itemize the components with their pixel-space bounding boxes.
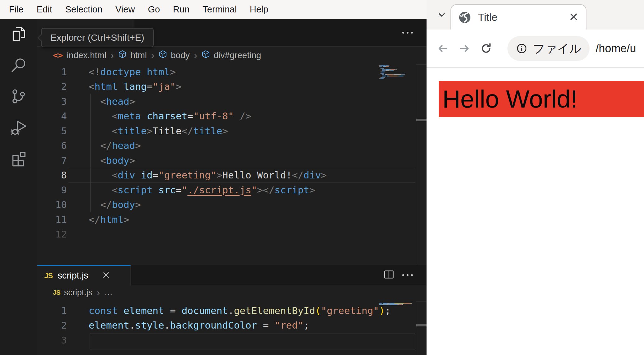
menu-item-terminal[interactable]: Terminal <box>196 4 243 15</box>
code-line-12[interactable]: 12 <box>37 227 427 242</box>
line-number: 9 <box>37 184 67 196</box>
chevron-right-icon: › <box>96 287 100 298</box>
code-text: <head> <box>67 96 135 107</box>
code-editor-js[interactable]: 1const element = document.getElementById… <box>37 300 427 355</box>
site-info-chip[interactable]: ファイル <box>507 36 590 61</box>
code-line-2[interactable]: 2<html lang="ja"> <box>37 79 427 94</box>
line-number: 1 <box>37 305 67 316</box>
code-text: <meta charset="utf-8" /> <box>67 110 251 122</box>
code-editor-html[interactable]: 1<!doctype html>2<html lang="ja">3 <head… <box>37 64 427 265</box>
tab-close-icon[interactable] <box>569 12 578 23</box>
split-editor-icon[interactable] <box>384 270 394 280</box>
line-number: 8 <box>37 169 67 181</box>
editor-area: <> index.html › html › body › div#greeti… <box>37 19 427 355</box>
code-line-11[interactable]: 11</html> <box>37 212 427 227</box>
js-file-icon: JS <box>44 271 53 280</box>
more-actions-icon[interactable] <box>402 32 413 34</box>
explorer-tooltip: Explorer (Ctrl+Shift+E) <box>41 28 154 47</box>
line-number: 5 <box>37 125 67 136</box>
browser-tab-strip: Title <box>427 0 644 30</box>
code-line-7[interactable]: 7 <body> <box>37 153 427 168</box>
html-file-icon: <> <box>53 50 63 60</box>
breadcrumb-file[interactable]: script.js <box>64 288 93 297</box>
line-number: 1 <box>37 66 67 77</box>
code-text: <html lang="ja"> <box>67 81 182 92</box>
js-file-icon: JS <box>53 289 60 296</box>
browser-tab[interactable]: Title <box>450 4 586 30</box>
breadcrumb-seg[interactable]: div#greeting <box>214 50 261 60</box>
breadcrumb-more[interactable]: … <box>104 288 113 297</box>
line-number: 12 <box>37 228 67 240</box>
menu-item-selection[interactable]: Selection <box>59 4 109 15</box>
line-number: 10 <box>37 199 67 210</box>
code-text: const element = document.getElementById(… <box>67 305 391 316</box>
chevron-right-icon: › <box>194 50 198 61</box>
line-number: 7 <box>37 155 67 166</box>
extensions-icon[interactable] <box>0 143 37 174</box>
search-icon[interactable] <box>0 50 37 81</box>
code-text: <body> <box>67 155 135 166</box>
activity-bar <box>0 19 37 355</box>
line-number: 2 <box>37 320 67 331</box>
run-debug-icon[interactable] <box>0 112 37 143</box>
menu-item-view[interactable]: View <box>109 4 141 15</box>
source-control-icon[interactable] <box>0 81 37 112</box>
code-line-3[interactable]: 3 <box>37 333 427 348</box>
code-line-6[interactable]: 6 </head> <box>37 138 427 153</box>
code-line-1[interactable]: 1<!doctype html> <box>37 64 427 79</box>
symbol-cube-icon <box>202 50 210 61</box>
menu-item-help[interactable]: Help <box>243 4 275 15</box>
code-line-8[interactable]: 8 <div id="greeting">Hello World!</div> <box>37 168 427 183</box>
editor-group-js: JS script.js JS script.js › … <box>37 265 427 355</box>
menu-item-edit[interactable]: Edit <box>30 4 59 15</box>
globe-favicon-icon <box>459 11 471 24</box>
breadcrumb-seg[interactable]: body <box>171 50 190 60</box>
menu-item-go[interactable]: Go <box>141 4 166 15</box>
code-line-2[interactable]: 2element.style.backgroundColor = "red"; <box>37 318 427 333</box>
line-number: 3 <box>37 96 67 107</box>
menu-item-run[interactable]: Run <box>166 4 196 15</box>
menu-bar: FileEditSelectionViewGoRunTerminalHelp <box>0 0 427 19</box>
code-line-1[interactable]: 1const element = document.getElementById… <box>37 303 427 318</box>
code-text: <title>Title</title> <box>67 125 228 136</box>
more-actions-icon[interactable] <box>402 274 413 276</box>
back-icon[interactable] <box>436 42 450 55</box>
info-icon <box>516 42 528 55</box>
symbol-cube-icon <box>118 50 127 61</box>
breadcrumb: <> index.html › html › body › div#greeti… <box>37 47 427 64</box>
vscode-window: FileEditSelectionViewGoRunTerminalHelp <box>0 0 427 355</box>
editor-group-html: <> index.html › html › body › div#greeti… <box>37 19 427 265</box>
explorer-icon[interactable] <box>0 19 37 50</box>
code-line-10[interactable]: 10 </body> <box>37 197 427 212</box>
symbol-cube-icon <box>159 50 167 61</box>
close-icon[interactable] <box>102 271 110 280</box>
code-text: </head> <box>67 140 141 151</box>
reload-icon[interactable] <box>479 42 493 55</box>
code-text: <div id="greeting">Hello World!</div> <box>67 169 327 181</box>
tab-label: script.js <box>58 270 88 281</box>
code-text: </html> <box>67 214 129 225</box>
line-number: 6 <box>37 140 67 151</box>
menu-item-file[interactable]: File <box>2 4 30 15</box>
browser-tab-title: Title <box>478 11 569 23</box>
address-bar-url[interactable]: /home/u <box>596 42 636 55</box>
breadcrumb-file[interactable]: index.html <box>67 50 107 60</box>
code-line-5[interactable]: 5 <title>Title</title> <box>37 123 427 138</box>
code-line-9[interactable]: 9 <script src="./script.js"></script> <box>37 182 427 197</box>
browser-viewport: Hello World! <box>427 68 644 355</box>
breadcrumb-seg[interactable]: html <box>130 50 147 60</box>
tab-script-js[interactable]: JS script.js <box>37 265 131 285</box>
tab-list-chevron-icon[interactable] <box>436 9 448 22</box>
code-text: element.style.backgroundColor = "red"; <box>67 320 309 331</box>
line-number: 2 <box>37 81 67 92</box>
breadcrumb-js: JS script.js › … <box>37 285 427 300</box>
greeting-div: Hello World! <box>439 81 644 117</box>
code-text: </body> <box>67 199 141 210</box>
line-number: 3 <box>37 334 67 346</box>
code-line-3[interactable]: 3 <head> <box>37 94 427 109</box>
chevron-right-icon: › <box>151 50 155 61</box>
browser-toolbar: ファイル /home/u <box>427 30 644 68</box>
forward-icon[interactable] <box>458 42 471 55</box>
code-line-4[interactable]: 4 <meta charset="utf-8" /> <box>37 109 427 124</box>
line-number: 11 <box>37 214 67 225</box>
